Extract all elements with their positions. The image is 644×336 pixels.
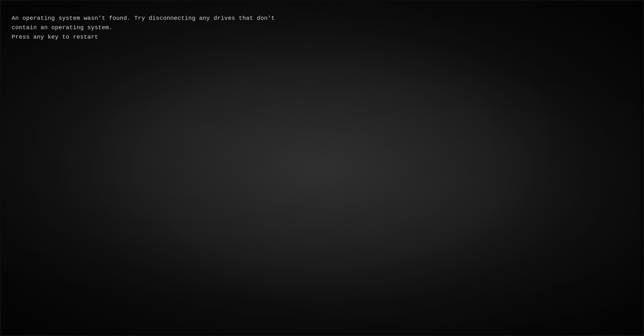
bottom-border-shadow bbox=[1, 332, 643, 335]
error-message: An operating system wasn't found. Try di… bbox=[12, 14, 632, 42]
right-border-shadow bbox=[639, 1, 643, 335]
screen-content: An operating system wasn't found. Try di… bbox=[1, 1, 643, 335]
bios-screen: An operating system wasn't found. Try di… bbox=[0, 0, 644, 336]
